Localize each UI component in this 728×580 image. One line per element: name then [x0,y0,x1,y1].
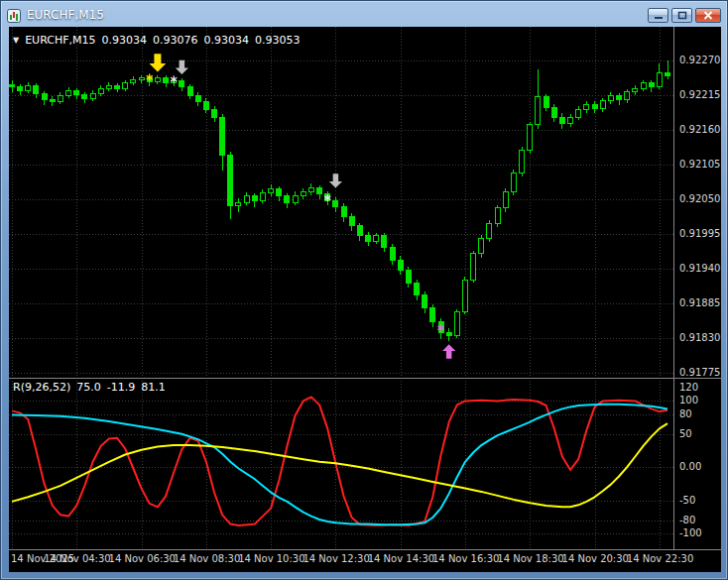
time-axis-label: 14 Nov 10:30 [238,553,304,565]
candle [212,106,217,121]
legend-symbol: EURCHF,M15 [25,34,95,47]
candle [592,101,597,113]
candle [633,85,638,95]
indicator-value-1: 75.0 [76,381,101,394]
candle [454,309,459,338]
minimize-button[interactable] [648,8,668,23]
candle [26,82,31,93]
legend-close: 0.93053 [255,34,301,47]
indicator-axis-label: 120 [679,382,698,394]
candle [503,188,508,212]
legend-open: 0.93034 [102,34,148,47]
indicator-axis-label: -100 [679,527,702,539]
candle [293,191,298,204]
candle [666,60,670,79]
signal-arrow-down-icon [176,60,188,74]
candle [584,101,589,113]
candle [98,85,103,96]
indicator-axis-label: 100 [679,395,698,406]
titlebar[interactable]: EURCHF,M15 [1,1,727,27]
restore-button[interactable] [671,8,692,23]
indicator-legend: R(9,26,52) 75.0 -11.9 81.1 [13,381,166,394]
time-axis-label: 14 Nov 12:30 [303,553,369,565]
candle [349,213,354,231]
candle [58,92,62,103]
candle [576,106,581,120]
candle [106,82,111,92]
window-title: EURCHF,M15 [27,8,104,22]
candle [164,75,169,86]
price-axis-label: 0.92215 [679,89,720,101]
candle [34,83,39,98]
candle [568,114,573,127]
price-axis-label: 0.92050 [679,193,720,205]
price-axis-label: 0.92105 [679,159,720,171]
candle [269,184,274,196]
chart-client-area: ▼ EURCHF,M15 0.93034 0.93076 0.93034 0.9… [9,27,721,572]
candle [131,76,136,86]
indicator-value-3: 81.1 [141,381,166,394]
candle [317,185,322,199]
candle [90,90,95,101]
candle [244,192,249,205]
candle [423,291,427,313]
ohlc-legend: ▼ EURCHF,M15 0.93034 0.93076 0.93034 0.9… [13,34,301,47]
time-axis-label: 14 Nov 20:30 [562,553,629,565]
candle [551,104,556,122]
candle [180,78,184,91]
legend-low: 0.93034 [204,34,250,47]
price-axis-label: 0.91885 [679,297,720,309]
yellow-line [12,423,667,507]
candle [123,80,128,91]
candle [600,98,605,112]
candle [382,233,387,252]
price-axis-label: 0.92270 [679,55,720,66]
legend-collapse-icon[interactable]: ▼ [13,37,19,45]
indicator-axis-label: -50 [679,495,695,507]
candle [657,63,662,90]
candle [301,188,305,199]
candle [495,205,500,227]
candle [641,80,646,91]
signal-arrow-up-icon [442,344,455,358]
candle [66,87,71,98]
candle [252,193,257,207]
time-axis-label: 14 Nov 06:30 [109,553,176,565]
chart-window-icon [7,8,21,22]
time-axis-label: 14 Nov 18:30 [497,553,563,565]
candle [115,83,120,93]
candle [544,94,548,111]
candle [398,256,403,275]
candle [195,92,200,106]
candle [479,235,484,257]
indicator-value-2: -11.9 [107,381,135,394]
indicator-axis-label: 80 [679,408,692,420]
candle [536,69,541,129]
signal-arrow-down-icon [329,174,342,187]
indicator-axis-label: 50 [679,428,692,440]
candle [187,84,192,99]
chart-canvas[interactable] [9,27,721,572]
indicator-axis-label: -80 [679,515,695,526]
indicator-name: R(9,26,52) [13,381,70,394]
price-axis-label: 0.91830 [679,332,720,344]
time-axis-label: 14 Nov 16:30 [432,553,499,565]
price-axis-label: 0.91940 [679,263,720,275]
candle [617,93,622,104]
time-axis-label: 14 Nov 08:30 [174,553,240,565]
close-button[interactable] [695,8,721,23]
time-axis-label: 14 Nov 04:30 [44,553,110,565]
candle [155,75,160,85]
time-axis-label: 14 Nov 22:30 [627,553,693,565]
candle [82,92,87,103]
candle [625,89,630,103]
candle [203,98,208,113]
window-controls [648,8,721,23]
candle [277,186,282,201]
candle [139,75,144,83]
candle [74,88,79,99]
candle [430,304,435,327]
candle [511,170,516,195]
candle [390,244,395,265]
price-axis-label: 0.91775 [679,367,720,379]
